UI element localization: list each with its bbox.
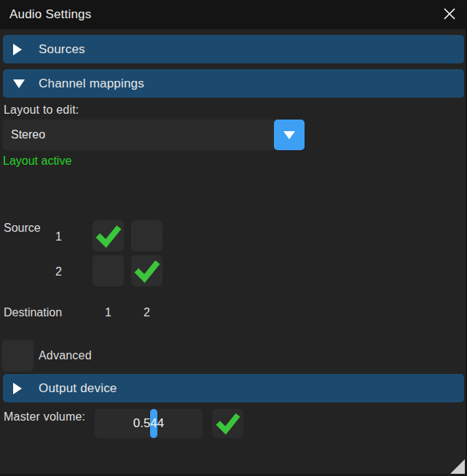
chevron-down-icon <box>283 131 295 139</box>
audio-settings-dialog: Audio Settings Sources Channel mappings … <box>0 0 467 476</box>
layout-to-edit-label: Layout to edit: <box>4 104 79 117</box>
matrix-cell-2-2[interactable] <box>131 255 162 286</box>
section-header-output-device[interactable]: Output device <box>3 374 464 402</box>
master-volume-label: Master volume: <box>4 410 85 424</box>
section-label-output-device: Output device <box>39 381 117 396</box>
check-icon <box>95 222 122 250</box>
close-icon <box>443 7 456 23</box>
section-header-channel-mappings[interactable]: Channel mappings <box>3 69 464 98</box>
resize-grip[interactable] <box>450 459 465 474</box>
close-button[interactable] <box>438 3 461 26</box>
layout-active-status: Layout active <box>3 155 71 168</box>
matrix-source-label: Source <box>4 222 41 235</box>
advanced-checkbox[interactable] <box>2 340 34 372</box>
advanced-label: Advanced <box>39 349 92 362</box>
matrix-cell-2-1[interactable] <box>93 255 124 286</box>
collapsed-arrow-icon <box>13 44 23 55</box>
layout-dropdown-button[interactable] <box>274 120 305 150</box>
matrix-col-label-2: 2 <box>139 306 154 319</box>
master-volume-value: 0.544 <box>95 409 203 438</box>
section-header-sources[interactable]: Sources <box>3 35 464 63</box>
master-volume-slider[interactable]: 0.544 <box>95 409 203 438</box>
layout-dropdown-value[interactable]: Stereo <box>3 120 274 150</box>
window-title: Audio Settings <box>9 7 91 22</box>
matrix-cell-1-2[interactable] <box>131 220 162 251</box>
matrix-cell-1-1[interactable] <box>93 220 124 251</box>
layout-dropdown[interactable]: Stereo <box>3 120 305 150</box>
matrix-row-label-1: 1 <box>55 230 62 243</box>
expanded-arrow-icon <box>13 79 23 88</box>
check-icon <box>133 257 161 285</box>
matrix-row-label-2: 2 <box>55 265 62 278</box>
matrix-destination-label: Destination <box>4 306 62 319</box>
titlebar: Audio Settings <box>0 0 467 29</box>
section-label-channel-mappings: Channel mappings <box>39 77 144 91</box>
check-icon <box>215 410 241 437</box>
collapsed-arrow-icon <box>13 383 23 394</box>
master-volume-apply-button[interactable] <box>212 409 243 438</box>
section-label-sources: Sources <box>39 42 85 57</box>
matrix-col-label-1: 1 <box>101 306 116 319</box>
